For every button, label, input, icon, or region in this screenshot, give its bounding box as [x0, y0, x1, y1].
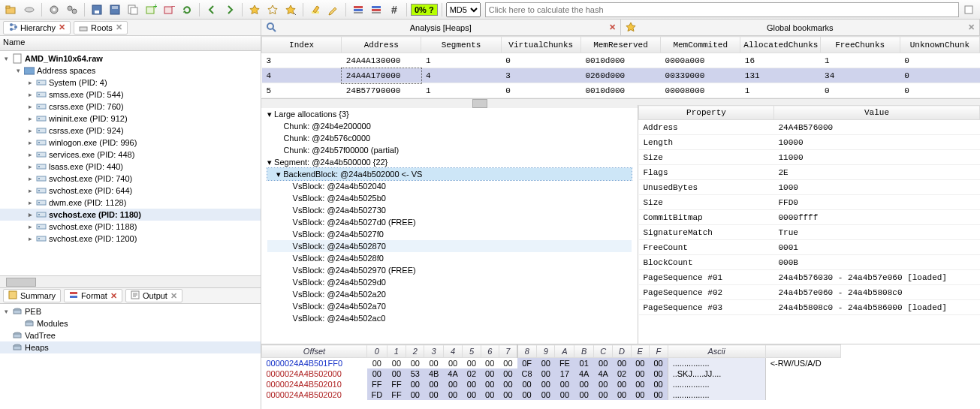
hex-row[interactable]: 0000024A4B501FF000000000000000000F00FE01… [262, 358, 841, 369]
tab-output[interactable]: Output ✕ [125, 289, 182, 302]
tree-root[interactable]: ▾ AMD_Win10x64.raw [0, 53, 261, 65]
close-icon[interactable]: ✕ [116, 23, 122, 32]
alloc-row[interactable]: VsBlock: @24a4b5027f0 [267, 228, 632, 240]
tab-hierarchy[interactable]: Hierarchy ✕ [3, 21, 71, 35]
bookmark-add-icon[interactable] [246, 2, 263, 18]
allocation-tree[interactable]: ▾ Large allocations {3} Chunk: @24b4e200… [261, 105, 638, 344]
process-row[interactable]: ▸svchost.exe (PID: 1180) [0, 209, 261, 221]
hex-row[interactable]: 0000024A4B502010FFFF00000000000000000000… [262, 379, 841, 389]
property-row[interactable]: FreeCount0001 [639, 240, 980, 255]
alloc-row[interactable]: VsBlock: @24a4b502040 [267, 180, 632, 192]
property-row[interactable]: BlockCount000B [639, 255, 980, 270]
process-row[interactable]: ▸services.exe (PID: 448) [0, 149, 261, 161]
format-vadtree[interactable]: VadTree [0, 329, 261, 341]
gears-icon[interactable] [64, 2, 80, 18]
tree-address-spaces[interactable]: ▾ Address spaces [0, 65, 261, 77]
tab-summary[interactable]: Summary [3, 289, 61, 302]
alloc-row[interactable]: VsBlock: @24a4b502a20 [267, 288, 632, 300]
process-row[interactable]: ▸smss.exe (PID: 544) [0, 89, 261, 101]
grid-column-header[interactable]: VirtualChunks [501, 37, 580, 53]
process-row[interactable]: ▸winlogon.exe (PID: 996) [0, 137, 261, 149]
close-icon[interactable]: ✕ [110, 291, 117, 301]
hash-copy-icon[interactable] [960, 2, 977, 18]
format-tree[interactable]: ▾PEB Modules VadTree Heaps [0, 304, 261, 409]
grid-column-header[interactable]: FreeChunks [820, 37, 900, 53]
format-heaps[interactable]: Heaps [0, 341, 261, 353]
alloc-row[interactable]: Chunk: @24b4e200000 [267, 120, 632, 132]
alloc-row[interactable]: VsBlock: @24a4b502730 [267, 204, 632, 216]
tab-global-bookmarks[interactable]: Global bookmarks ✕ [621, 20, 981, 35]
process-row[interactable]: ▸csrss.exe (PID: 760) [0, 101, 261, 113]
process-row[interactable]: ▸svchost.exe (PID: 644) [0, 185, 261, 197]
tree-hscrollbar[interactable] [0, 275, 261, 287]
grid-column-header[interactable]: Index [262, 37, 342, 53]
alloc-row[interactable]: VsBlock: @24a4b5025b0 [267, 192, 632, 204]
tab-analysis-heaps[interactable]: Analysis [Heaps] ✕ [261, 20, 621, 35]
bookmark-list-icon[interactable] [264, 2, 281, 18]
edit-icon[interactable] [325, 2, 342, 18]
hex-view[interactable]: Offset0123456789ABCDEFAscii 0000024A4B50… [261, 344, 980, 409]
grid-column-header[interactable]: MemReserved [580, 37, 660, 53]
property-row[interactable]: PageSequence #0324a4b5808c0 - 24a4b58600… [639, 300, 980, 315]
alloc-row[interactable]: VsBlock: @24a4b502870 [267, 240, 632, 252]
format-modules[interactable]: Modules [0, 317, 261, 329]
grid-column-header[interactable]: UnknownChunk [900, 37, 979, 53]
close-icon[interactable]: ✕ [609, 23, 616, 32]
hex-row[interactable]: 0000024A4B502020FDFF00000000000000000000… [262, 389, 841, 400]
disk-open-icon[interactable] [21, 2, 38, 18]
alloc-row[interactable]: ▾ BackendBlock: @24a4b502000 <- VS [267, 168, 632, 180]
back-icon[interactable] [204, 2, 220, 18]
grid-row[interactable]: 524B57790000100010d00000008000100 [262, 83, 980, 98]
struct-blue-icon[interactable] [368, 2, 384, 18]
remove-region-icon[interactable]: − [161, 2, 177, 18]
alloc-row[interactable]: VsBlock: @24a4b502970 (FREE) [267, 264, 632, 276]
grid-column-header[interactable]: MemCommited [661, 37, 740, 53]
grid-column-header[interactable]: Segments [421, 37, 501, 53]
forward-icon[interactable] [222, 2, 238, 18]
grid-row[interactable]: 324A4A130000100010d0000000a0001610 [262, 53, 980, 68]
refresh-icon[interactable] [179, 2, 195, 18]
copy-icon[interactable] [125, 2, 141, 18]
property-row[interactable]: PageSequence #0124a4b576030 - 24a4b57e06… [639, 270, 980, 285]
process-row[interactable]: ▸wininit.exe (PID: 912) [0, 113, 261, 125]
process-row[interactable]: ▸svchost.exe (PID: 1200) [0, 233, 261, 245]
close-icon[interactable]: ✕ [170, 291, 177, 301]
process-row[interactable]: ▸lsass.exe (PID: 440) [0, 161, 261, 173]
alloc-row[interactable]: VsBlock: @24a4b5029d0 [267, 276, 632, 288]
property-grid[interactable]: PropertyValue Address24A4B576000Length10… [638, 105, 980, 344]
close-icon[interactable]: ✕ [968, 23, 975, 32]
property-row[interactable]: SizeFFD0 [639, 195, 980, 210]
process-row[interactable]: ▸dwm.exe (PID: 1128) [0, 197, 261, 209]
tab-format[interactable]: Format ✕ [64, 289, 122, 302]
tree-header-name[interactable]: Name [0, 36, 261, 51]
struct-red-icon[interactable] [350, 2, 366, 18]
process-row[interactable]: ▸svchost.exe (PID: 740) [0, 173, 261, 185]
alloc-row[interactable]: VsBlock: @24a4b5028f0 [267, 252, 632, 264]
add-region-icon[interactable]: + [143, 2, 159, 18]
alloc-row[interactable]: Chunk: @24b576c0000 [267, 132, 632, 144]
grid-row[interactable]: 424A4A170000430260d00000339000131340 [262, 68, 980, 83]
property-row[interactable]: UnusedBytes1000 [639, 180, 980, 195]
process-row[interactable]: ▸csrss.exe (PID: 924) [0, 125, 261, 137]
grid-column-header[interactable]: AllocatedChunks [740, 37, 820, 53]
process-tree[interactable]: ▾ AMD_Win10x64.raw ▾ Address spaces ▸Sys… [0, 51, 261, 275]
alloc-row[interactable]: Chunk: @24b57f00000 (partial) [267, 144, 632, 156]
hash-algorithm-select[interactable]: MD5 [446, 2, 481, 17]
save-icon[interactable] [89, 2, 105, 18]
alloc-row[interactable]: VsBlock: @24a4b502a70 [267, 300, 632, 312]
property-row[interactable]: Flags2E [639, 165, 980, 180]
heaps-grid[interactable]: IndexAddressSegmentsVirtualChunksMemRese… [261, 36, 980, 98]
format-peb[interactable]: ▾PEB [0, 305, 261, 317]
tab-roots[interactable]: Roots ✕ [74, 21, 128, 35]
property-row[interactable]: Length10000 [639, 135, 980, 150]
close-icon[interactable]: ✕ [59, 23, 65, 32]
process-row[interactable]: ▸svchost.exe (PID: 1188) [0, 221, 261, 233]
alloc-row[interactable]: VsBlock: @24a4b5027d0 (FREE) [267, 216, 632, 228]
bookmark-goto-icon[interactable] [282, 2, 299, 18]
alloc-row[interactable]: ▾ Large allocations {3} [267, 108, 632, 120]
hex-row[interactable]: 0000024A4B5020000000534B4A020000C800174A… [262, 368, 841, 379]
gear-icon[interactable] [46, 2, 62, 18]
property-row[interactable]: CommitBitmap0000ffff [639, 210, 980, 225]
alloc-row[interactable]: ▾ Segment: @24a4b500000 {22} [267, 156, 632, 168]
property-row[interactable]: Size11000 [639, 150, 980, 165]
